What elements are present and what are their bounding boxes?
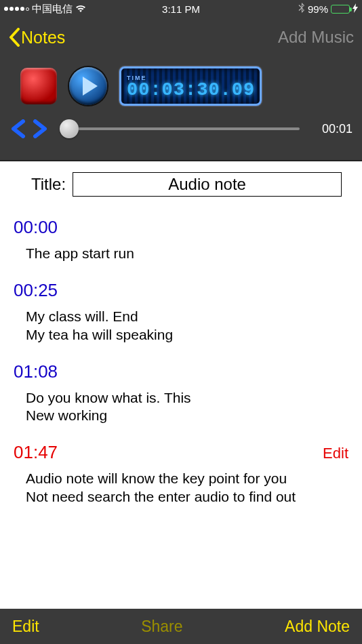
status-bar: 中国电信 3:11 PM 99% [0, 0, 362, 18]
back-label: Notes [21, 28, 65, 47]
bottom-toolbar: Edit Share Add Note [0, 609, 362, 644]
carrier-label: 中国电信 [32, 3, 73, 16]
note-item[interactable]: 00:25My class will. End My tea ha will s… [12, 273, 350, 355]
note-text: Do you know what is. This New working [14, 382, 348, 425]
time-display-value: 00:03:30.09 [127, 80, 254, 100]
status-time: 3:11 PM [162, 3, 200, 15]
playback-slider[interactable] [60, 127, 300, 130]
add-music-button[interactable]: Add Music [278, 28, 354, 47]
note-item[interactable]: 01:47EditAudio note will know the key po… [12, 435, 350, 517]
add-note-button[interactable]: Add Note [285, 618, 350, 636]
slider-end-time: 00:01 [312, 122, 353, 136]
notes-content: Title: 00:00The app start run00:25My cla… [0, 161, 362, 609]
back-button[interactable]: Notes [8, 28, 65, 47]
note-text: The app start run [14, 238, 348, 262]
note-timestamp[interactable]: 00:25 [14, 280, 58, 301]
slider-thumb-icon[interactable] [60, 119, 79, 138]
record-button[interactable] [20, 68, 57, 104]
chevron-left-icon [8, 28, 20, 47]
seek-forward-button[interactable] [33, 119, 53, 138]
note-item[interactable]: 01:08Do you know what is. This New worki… [12, 355, 350, 436]
note-timestamp[interactable]: 01:47 [14, 442, 58, 463]
edit-button[interactable]: Edit [12, 618, 39, 636]
nav-bar: Notes Add Music [0, 18, 362, 57]
seek-back-button[interactable] [9, 119, 30, 138]
player-panel: TIME 00:03:30.09 00:01 [0, 57, 362, 161]
title-input[interactable] [73, 172, 342, 197]
title-label: Title: [31, 175, 66, 194]
note-timestamp[interactable]: 00:00 [14, 217, 58, 238]
share-button[interactable]: Share [141, 618, 182, 636]
note-text: My class will. End My tea ha will speaki… [14, 301, 348, 344]
play-icon [83, 77, 98, 96]
bluetooth-icon [298, 3, 305, 15]
time-display: TIME 00:03:30.09 [119, 66, 262, 106]
battery-icon [331, 5, 350, 14]
charging-icon [353, 3, 358, 15]
note-timestamp[interactable]: 01:08 [14, 361, 58, 382]
signal-dots-icon [4, 7, 29, 11]
play-button[interactable] [69, 67, 107, 105]
note-text: Audio note will know the key point for y… [14, 463, 348, 506]
battery-pct: 99% [308, 3, 328, 15]
wifi-icon [75, 3, 86, 15]
note-edit-button[interactable]: Edit [323, 445, 348, 462]
note-item[interactable]: 00:00The app start run [12, 210, 350, 273]
